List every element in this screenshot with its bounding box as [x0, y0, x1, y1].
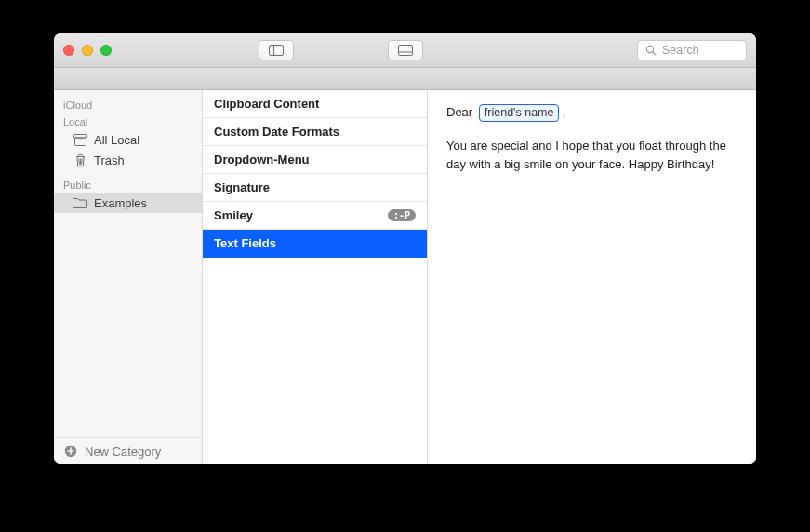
list-item-label: Dropdown-Menu: [214, 153, 310, 166]
list-item[interactable]: Smiley :-P: [203, 202, 427, 230]
list-item-label: Smiley: [214, 208, 253, 222]
sub-toolbar: [54, 68, 756, 90]
titlebar: Search: [54, 33, 756, 68]
search-placeholder: Search: [662, 44, 699, 57]
list-item-label: Text Fields: [214, 236, 276, 250]
close-button[interactable]: [63, 45, 74, 56]
sidebar-item-all-local[interactable]: All Local: [54, 129, 202, 150]
list-item-label: Clipboard Content: [214, 97, 319, 111]
snippet-content[interactable]: Dear friend's name, You are special and …: [428, 90, 756, 464]
search-icon: [644, 43, 658, 58]
sidebar-item-label: Trash: [94, 153, 125, 167]
new-category-label: New Category: [85, 445, 161, 459]
toggle-sidebar-button[interactable]: [259, 40, 294, 60]
sidebar-section-header: Local: [54, 113, 202, 129]
plus-circle-icon: [63, 444, 78, 459]
trash-icon: [73, 153, 87, 167]
window-controls: [63, 45, 112, 56]
svg-rect-7: [74, 138, 86, 146]
zoom-button[interactable]: [100, 45, 112, 56]
content-body: You are special and I hope that you floa…: [446, 137, 737, 173]
sidebar-section-header: Public: [54, 176, 202, 193]
new-category-button[interactable]: New Category: [54, 437, 202, 464]
list-item[interactable]: Text Fields: [203, 230, 427, 258]
abbreviation-badge: :-P: [388, 209, 416, 221]
greeting-suffix: ,: [562, 105, 565, 119]
list-item[interactable]: Custom Date Formats: [203, 118, 427, 146]
panel-bottom-icon: [398, 43, 413, 58]
list-item-label: Signature: [214, 180, 270, 194]
placeholder-token[interactable]: friend's name: [479, 104, 560, 122]
archive-icon: [73, 132, 87, 147]
list-item-label: Custom Date Formats: [214, 125, 339, 139]
sidebar-icon: [269, 43, 284, 58]
list-item[interactable]: Dropdown-Menu: [203, 146, 427, 174]
sidebar-item-examples[interactable]: Examples: [54, 193, 202, 213]
folder-icon: [73, 195, 87, 210]
greeting-prefix: Dear: [446, 105, 472, 119]
svg-rect-6: [73, 134, 86, 138]
list-item[interactable]: Clipboard Content: [203, 90, 427, 118]
sidebar-item-trash[interactable]: Trash: [54, 150, 202, 170]
sidebar: iCloud Local All Local Trash Public: [54, 90, 203, 464]
search-field[interactable]: Search: [637, 40, 747, 60]
sidebar-section-header: iCloud: [54, 96, 202, 113]
minimize-button[interactable]: [82, 45, 93, 56]
snippet-list: Clipboard Content Custom Date Formats Dr…: [203, 90, 428, 464]
svg-rect-2: [398, 46, 412, 56]
list-item[interactable]: Signature: [203, 174, 427, 202]
toggle-bottom-panel-button[interactable]: [388, 40, 423, 60]
sidebar-item-label: All Local: [94, 133, 139, 147]
sidebar-item-label: Examples: [94, 196, 147, 210]
svg-rect-0: [270, 46, 284, 56]
svg-point-4: [646, 46, 653, 52]
svg-line-5: [653, 52, 656, 55]
app-window: Search iCloud Local All Local Tra: [54, 33, 756, 464]
greeting-line: Dear friend's name,: [446, 103, 737, 122]
